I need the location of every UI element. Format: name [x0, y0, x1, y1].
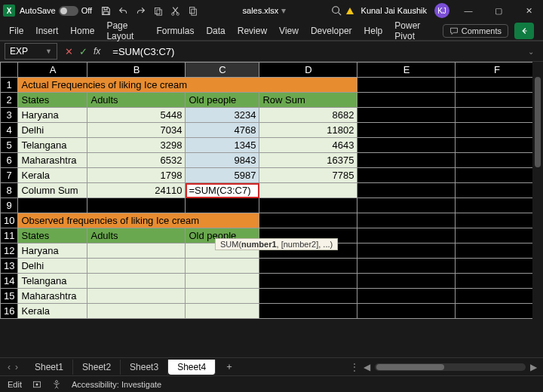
cell[interactable]	[357, 183, 456, 198]
cell[interactable]	[259, 213, 357, 228]
cell[interactable]	[357, 93, 456, 108]
cell[interactable]: Maharashtra	[18, 153, 87, 168]
cell[interactable]	[87, 259, 186, 274]
sheet-nav-prev-icon[interactable]: ‹	[8, 362, 11, 372]
cell[interactable]: Haryana	[18, 108, 87, 123]
cell[interactable]	[456, 274, 538, 289]
sheet-tab[interactable]: Sheet2	[73, 360, 121, 375]
cell[interactable]: 5987	[186, 168, 259, 183]
search-icon[interactable]	[331, 5, 342, 16]
cell[interactable]	[456, 183, 538, 198]
cell[interactable]	[456, 138, 538, 153]
cell[interactable]	[87, 243, 186, 259]
tab-power-pivot[interactable]: Power Pivot	[394, 20, 431, 41]
cell[interactable]: 16375	[259, 153, 357, 168]
close-button[interactable]: ✕	[517, 6, 540, 16]
cell[interactable]: 1345	[186, 138, 259, 153]
cell[interactable]	[456, 153, 538, 168]
cell[interactable]: Haryana	[18, 243, 87, 259]
row-header[interactable]: 10	[1, 213, 18, 228]
cell[interactable]: Telangana	[18, 138, 87, 153]
cell[interactable]: Kerala	[18, 168, 87, 183]
row-header[interactable]: 2	[1, 93, 18, 108]
cell[interactable]: 24110	[87, 183, 186, 198]
vertical-scrollbar[interactable]	[532, 62, 543, 357]
cell[interactable]: Observed frequencies of liking Ice cream	[18, 213, 259, 228]
tab-data[interactable]: Data	[206, 26, 225, 36]
cell[interactable]	[456, 243, 538, 259]
cell[interactable]	[87, 304, 186, 319]
cell[interactable]: States	[18, 228, 87, 243]
cell[interactable]	[18, 198, 87, 213]
row-header[interactable]: 13	[1, 259, 18, 274]
cell[interactable]: 3234	[186, 108, 259, 123]
accessibility-label[interactable]: Accessibility: Investigate	[72, 380, 161, 389]
redo-icon[interactable]	[136, 6, 146, 16]
cell[interactable]	[357, 198, 456, 213]
cell[interactable]: Delhi	[18, 123, 87, 138]
cell[interactable]: 6532	[87, 153, 186, 168]
row-header[interactable]: 8	[1, 183, 18, 198]
cell[interactable]	[456, 198, 538, 213]
row-header[interactable]: 11	[1, 228, 18, 243]
cell[interactable]: Old people	[186, 93, 259, 108]
toggle-icon[interactable]	[59, 6, 78, 16]
cell[interactable]: 3298	[87, 138, 186, 153]
cell[interactable]	[357, 289, 456, 304]
share-button[interactable]	[514, 23, 534, 39]
row-header[interactable]: 7	[1, 168, 18, 183]
cell[interactable]	[357, 153, 456, 168]
save-icon[interactable]	[101, 6, 111, 16]
cell[interactable]	[186, 198, 259, 213]
cell[interactable]: Delhi	[18, 259, 87, 274]
row-header[interactable]: 5	[1, 138, 18, 153]
select-all-corner[interactable]	[1, 63, 18, 78]
cell[interactable]: 5448	[87, 108, 186, 123]
col-header[interactable]: C	[186, 63, 259, 78]
expand-formula-icon[interactable]: ⌄	[528, 47, 538, 56]
cell[interactable]: Telangana	[18, 274, 87, 289]
cell[interactable]	[87, 274, 186, 289]
row-header[interactable]: 12	[1, 243, 18, 259]
tab-page-layout[interactable]: Page Layout	[106, 20, 144, 41]
cell[interactable]: 4768	[186, 123, 259, 138]
cell[interactable]	[456, 93, 538, 108]
cell[interactable]	[357, 243, 456, 259]
tab-insert[interactable]: Insert	[35, 26, 58, 36]
filename-dropdown-icon[interactable]: ▾	[281, 5, 286, 16]
tab-home[interactable]: Home	[70, 26, 94, 36]
cell[interactable]	[456, 304, 538, 319]
tab-help[interactable]: Help	[364, 26, 383, 36]
cell[interactable]: Actual Frequencies of liking Ice cream	[18, 78, 357, 93]
cell[interactable]	[259, 183, 357, 198]
scroll-right-icon[interactable]: ▶	[530, 362, 537, 372]
active-cell[interactable]: =SUM(C3:C7)	[186, 183, 259, 198]
cell[interactable]	[259, 259, 357, 274]
cut-icon[interactable]	[170, 6, 180, 16]
tab-developer[interactable]: Developer	[311, 26, 352, 36]
row-header[interactable]: 14	[1, 274, 18, 289]
cell[interactable]	[259, 198, 357, 213]
clipboard-icon[interactable]	[153, 6, 163, 16]
fx-icon[interactable]: fx	[94, 46, 100, 57]
copy-icon[interactable]	[188, 6, 198, 16]
cell[interactable]	[357, 108, 456, 123]
cell[interactable]	[186, 259, 259, 274]
tab-formulas[interactable]: Formulas	[156, 26, 194, 36]
enter-formula-icon[interactable]: ✓	[79, 46, 87, 57]
cell[interactable]	[357, 78, 456, 93]
sheet-menu-icon[interactable]: ⋮	[350, 362, 359, 372]
horizontal-scrollbar[interactable]	[375, 363, 526, 371]
sheet-tab-active[interactable]: Sheet4	[168, 360, 216, 375]
sheet-nav-next-icon[interactable]: ›	[15, 362, 18, 372]
cell[interactable]: 7034	[87, 123, 186, 138]
cell[interactable]	[357, 259, 456, 274]
cell[interactable]: 9843	[186, 153, 259, 168]
cell[interactable]	[186, 289, 259, 304]
sheet-tab[interactable]: Sheet3	[121, 360, 168, 375]
cell[interactable]	[357, 228, 456, 243]
tab-review[interactable]: Review	[238, 26, 267, 36]
cell[interactable]: 11802	[259, 123, 357, 138]
tab-file[interactable]: File	[9, 26, 23, 36]
cell[interactable]: Adults	[87, 93, 186, 108]
